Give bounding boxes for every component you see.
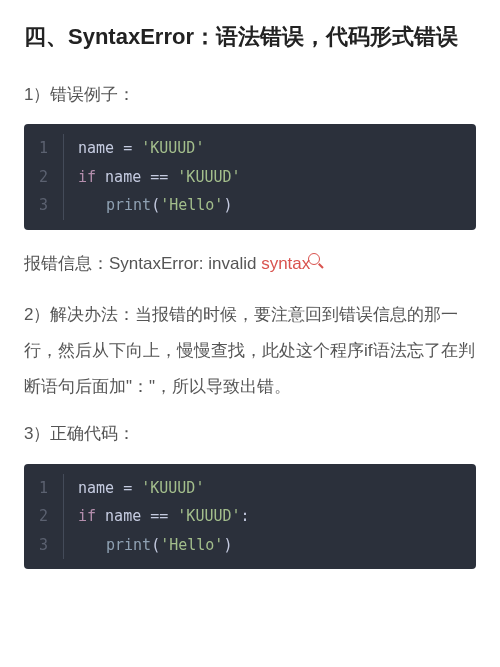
token-operator: = [114,139,141,157]
token-string: 'KUUUD' [177,168,240,186]
token-space [96,507,105,525]
section-heading: 四、SyntaxError：语法错误，代码形式错误 [24,20,476,53]
code-line: 2 if name == 'KUUUD': [24,502,476,531]
token-punc: ) [223,536,232,554]
code-content: if name == 'KUUUD': [64,502,250,531]
token-string: 'Hello' [160,196,223,214]
subsection-1-title: 1）错误例子： [24,81,476,108]
token-space [96,168,105,186]
code-block-correct: 1 name = 'KUUUD' 2 if name == 'KUUUD': 3… [24,464,476,570]
token-identifier: name [78,479,114,497]
line-number: 2 [24,163,64,192]
token-identifier: name [78,139,114,157]
subsection-2-title: 2）解决办法： [24,305,135,324]
code-line: 1 name = 'KUUUD' [24,134,476,163]
line-number: 3 [24,531,64,560]
code-line: 2 if name == 'KUUUD' [24,163,476,192]
line-number: 2 [24,502,64,531]
code-line: 1 name = 'KUUUD' [24,474,476,503]
error-prefix: 报错信息： [24,254,109,273]
code-content: if name == 'KUUUD' [64,163,241,192]
code-content: print('Hello') [64,531,232,560]
token-function: print [106,536,151,554]
code-content: name = 'KUUUD' [64,134,204,163]
token-string: 'KUUUD' [141,139,204,157]
error-text: SyntaxError: invalid [109,254,261,273]
search-icon[interactable] [308,253,320,265]
token-operator: == [141,168,177,186]
code-line: 3 print('Hello') [24,531,476,560]
subsection-2: 2）解决办法：当报错的时候，要注意回到错误信息的那一行，然后从下向上，慢慢查找，… [24,297,476,404]
token-operator: = [114,479,141,497]
subsection-3-title: 3）正确代码： [24,420,476,447]
code-line: 3 print('Hello') [24,191,476,220]
code-content: name = 'KUUUD' [64,474,204,503]
token-string: 'Hello' [160,536,223,554]
line-number: 3 [24,191,64,220]
token-keyword: if [78,168,96,186]
error-message-line: 报错信息：SyntaxError: invalid syntax [24,246,476,282]
token-keyword: if [78,507,96,525]
token-string: 'KUUUD' [177,507,240,525]
code-block-error: 1 name = 'KUUUD' 2 if name == 'KUUUD' 3 … [24,124,476,230]
token-identifier: name [105,168,141,186]
line-number: 1 [24,474,64,503]
token-punc: ( [151,196,160,214]
token-string: 'KUUUD' [141,479,204,497]
code-content: print('Hello') [64,191,232,220]
error-syntax-word: syntax [261,254,310,273]
token-punc: ) [223,196,232,214]
token-punc: ( [151,536,160,554]
token-colon: : [241,507,250,525]
token-function: print [106,196,151,214]
line-number: 1 [24,134,64,163]
token-operator: == [141,507,177,525]
token-identifier: name [105,507,141,525]
